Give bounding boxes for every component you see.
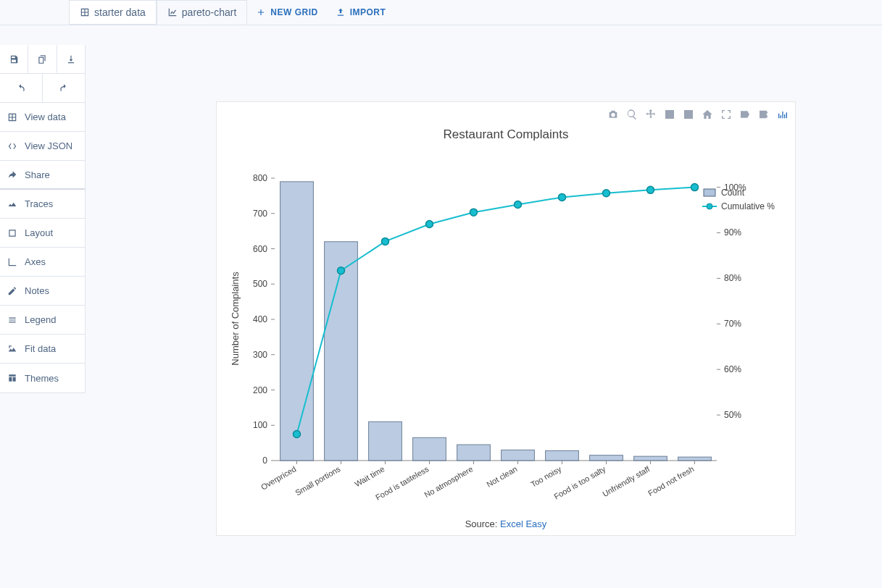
sidebar-item-legend[interactable]: Legend	[0, 306, 85, 335]
svg-text:Unfriendly staff: Unfriendly staff	[601, 464, 652, 498]
camera-icon	[607, 109, 619, 120]
svg-rect-36	[502, 450, 535, 461]
sidebar-item-share[interactable]: Share	[0, 161, 85, 190]
redo-icon	[59, 83, 69, 93]
svg-text:Not clean: Not clean	[485, 464, 518, 489]
svg-text:700: 700	[253, 209, 267, 219]
plotly-icon	[776, 109, 789, 120]
undo-icon	[16, 83, 26, 93]
autoscale-button[interactable]	[720, 108, 733, 121]
legend-item-count[interactable]: Count	[702, 185, 775, 199]
legend-label: Count	[721, 188, 744, 198]
compare-button[interactable]	[757, 108, 770, 121]
svg-text:200: 200	[253, 385, 267, 395]
svg-text:No atmosphere: No atmosphere	[423, 464, 474, 499]
chart-title[interactable]: Restaurant Complaints	[217, 127, 795, 142]
tooltip-button[interactable]	[739, 108, 752, 121]
undo-button[interactable]	[0, 74, 43, 103]
zoom-in-button[interactable]	[663, 108, 676, 121]
label-icon	[739, 109, 752, 120]
list-icon	[7, 315, 17, 325]
svg-text:0: 0	[262, 455, 267, 466]
traces-icon	[7, 199, 17, 209]
zoom-button[interactable]	[625, 108, 638, 121]
download-icon	[66, 54, 76, 64]
chart-caption: Source: Excel Easy	[217, 518, 795, 529]
pan-button[interactable]	[644, 108, 657, 121]
svg-rect-40	[678, 457, 712, 461]
svg-text:800: 800	[253, 173, 267, 183]
sidebar-item-layout[interactable]: Layout	[0, 219, 85, 248]
svg-text:90%: 90%	[724, 227, 741, 238]
import-label: IMPORT	[350, 7, 386, 17]
svg-text:Wait time: Wait time	[353, 464, 386, 488]
svg-point-63	[382, 238, 389, 245]
sidebar-item-label: View JSON	[25, 140, 72, 151]
sidebar-item-label: Traces	[25, 198, 53, 209]
plus-box-icon	[664, 109, 675, 120]
upload-icon	[336, 7, 346, 17]
svg-rect-38	[590, 455, 623, 461]
sidebar-item-label: Notes	[25, 285, 49, 296]
copy-button[interactable]	[28, 45, 57, 74]
svg-point-65	[470, 209, 478, 216]
svg-point-66	[515, 201, 522, 208]
svg-text:500: 500	[253, 279, 267, 289]
axes-icon	[7, 257, 17, 267]
svg-text:100: 100	[253, 420, 267, 430]
source-link[interactable]: Excel Easy	[500, 518, 546, 529]
sidebar-item-traces[interactable]: Traces	[0, 190, 85, 219]
import-button[interactable]: IMPORT	[327, 7, 395, 17]
sidebar-item-notes[interactable]: Notes	[0, 277, 85, 306]
yaxis-title[interactable]: Number of Complaints	[230, 272, 241, 365]
plus-icon	[256, 7, 266, 17]
zoom-icon	[626, 109, 638, 120]
home-button[interactable]	[701, 108, 714, 121]
save-icon	[9, 54, 19, 64]
svg-text:Too noisy: Too noisy	[529, 464, 563, 489]
svg-point-68	[603, 190, 610, 197]
zoom-out-button[interactable]	[682, 108, 695, 121]
svg-point-67	[559, 193, 566, 201]
copy-icon	[37, 54, 47, 64]
tab-pareto-chart[interactable]: pareto-chart	[157, 0, 247, 25]
pan-icon	[645, 109, 657, 120]
redo-button[interactable]	[43, 74, 86, 103]
svg-point-69	[647, 186, 654, 193]
themes-icon	[7, 373, 17, 383]
legend-swatch-line	[702, 202, 717, 211]
tab-starter-data[interactable]: starter data	[69, 0, 157, 25]
svg-text:Small portions: Small portions	[294, 464, 342, 497]
new-grid-button[interactable]: NEW GRID	[247, 7, 326, 17]
plot-area[interactable]: 010020030040050060070080050%60%70%80%90%…	[275, 171, 717, 468]
plotly-logo-button[interactable]	[776, 108, 789, 121]
sidebar-item-axes[interactable]: Axes	[0, 248, 85, 277]
layout-icon	[7, 228, 17, 238]
sidebar-item-fit-data[interactable]: Fit data	[0, 335, 85, 364]
sidebar-item-label: Legend	[25, 314, 56, 325]
svg-text:60%: 60%	[724, 364, 741, 374]
svg-text:600: 600	[253, 244, 267, 254]
tab-label: starter data	[94, 7, 146, 18]
svg-text:50%: 50%	[724, 410, 741, 420]
minus-box-icon	[683, 109, 694, 120]
sidebar-item-view-data[interactable]: View data	[0, 103, 85, 132]
svg-point-73	[707, 203, 712, 209]
tab-label: pareto-chart	[182, 7, 236, 18]
svg-point-64	[426, 221, 433, 228]
save-button[interactable]	[0, 45, 28, 74]
sidebar-item-view-json[interactable]: View JSON	[0, 132, 85, 161]
svg-rect-33	[369, 421, 402, 461]
sidebar-item-themes[interactable]: Themes	[0, 364, 85, 392]
modebar	[607, 108, 789, 121]
download-button[interactable]	[57, 45, 85, 74]
grid-icon	[80, 7, 90, 17]
fit-icon	[7, 344, 17, 354]
camera-button[interactable]	[607, 108, 620, 121]
svg-rect-35	[457, 445, 491, 461]
svg-text:Overpriced: Overpriced	[259, 464, 298, 491]
svg-point-62	[338, 267, 345, 274]
expand-icon	[720, 109, 732, 120]
svg-text:80%: 80%	[724, 273, 741, 283]
legend-item-cumpct[interactable]: Cumulative %	[702, 199, 775, 213]
